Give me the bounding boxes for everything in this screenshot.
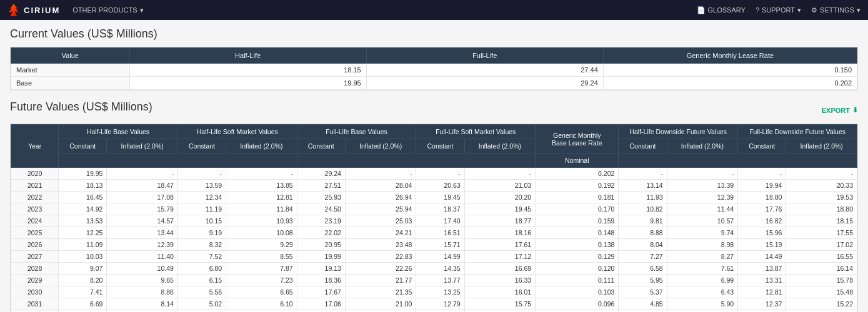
export-button[interactable]: EXPORT ⬇ — [822, 106, 858, 114]
settings-button[interactable]: ⚙ SETTINGS ▾ — [811, 6, 861, 14]
hlb-inflated: 11.40 — [107, 251, 178, 263]
fls-constant: 18.37 — [416, 203, 464, 215]
hls-constant-header: Constant — [177, 139, 226, 154]
flb-constant: 17.67 — [297, 286, 345, 298]
hlb-inflated: 14.57 — [107, 215, 178, 227]
current-values-table-container: Value Half-Life Full-Life Generic Monthl… — [10, 47, 858, 90]
table-row: 2028 9.07 10.49 6.80 7.87 19.13 22.26 14… — [11, 263, 857, 275]
year-cell: 2030 — [11, 286, 59, 298]
future-values-table-container[interactable]: Year Half-Life Base Values Half-Life Sof… — [10, 124, 858, 312]
logo[interactable]: CIRIUM — [7, 4, 60, 16]
spacer2 — [297, 154, 536, 168]
hlb-inflated: 17.08 — [107, 192, 178, 203]
chevron-down-icon: ▾ — [857, 6, 861, 14]
logo-icon — [7, 4, 20, 16]
lease-nominal: 0.129 — [536, 251, 619, 263]
hlb-constant-header: Constant — [59, 139, 107, 154]
hld-constant: 4.39 — [619, 310, 667, 313]
flb-inflated: 21.77 — [345, 275, 416, 286]
fls-inflated: 21.03 — [464, 180, 536, 192]
hls-inflated: 8.55 — [226, 251, 297, 263]
hls-constant: 6.15 — [177, 275, 226, 286]
flb-inflated: 22.26 — [345, 263, 416, 275]
hld-inflated: 7.61 — [667, 263, 738, 275]
hls-inflated: 6.65 — [226, 286, 297, 298]
hls-inflated: 13.85 — [226, 180, 297, 192]
hls-constant: 7.52 — [177, 251, 226, 263]
table-row: 2030 7.41 8.86 5.56 6.65 17.67 21.35 13.… — [11, 286, 857, 298]
flb-constant: 18.36 — [297, 275, 345, 286]
fld-constant: 16.82 — [738, 215, 786, 227]
fld-constant: 14.49 — [738, 251, 786, 263]
hlb-inflated-header: Inflated (2.0%) — [107, 139, 178, 154]
year-cell: 2032 — [11, 310, 59, 313]
table-row: Base 19.95 29.24 0.202 — [11, 77, 857, 90]
table-row: 2025 12.25 13.44 9.19 10.08 22.02 24.21 … — [11, 227, 857, 239]
hls-inflated: 7.87 — [226, 263, 297, 275]
hlb-inflated: 10.49 — [107, 263, 178, 275]
hlb-inflated: 15.79 — [107, 203, 178, 215]
flb-constant: 29.24 — [297, 168, 345, 180]
hld-inflated: 10.57 — [667, 215, 738, 227]
hlb-inflated: 8.86 — [107, 286, 178, 298]
fls-constant: - — [416, 168, 464, 180]
hld-constant: - — [619, 168, 667, 180]
hls-constant: 8.32 — [177, 239, 226, 251]
fls-constant: 12.79 — [416, 298, 464, 310]
fld-constant: 15.96 — [738, 227, 786, 239]
hld-inflated: 6.43 — [667, 286, 738, 298]
fls-constant: 19.45 — [416, 192, 464, 203]
fld-inflated: 16.55 — [786, 251, 857, 263]
hld-constant: 13.14 — [619, 180, 667, 192]
row-label: Market — [11, 64, 130, 77]
row-full-life: 29.24 — [366, 77, 603, 90]
table-row: 2027 10.03 11.40 7.52 8.55 19.99 22.83 1… — [11, 251, 857, 263]
current-values-title: Current Values (US$ Millions) — [10, 27, 858, 41]
other-products-menu[interactable]: OTHER PRODUCTS ▾ — [67, 4, 148, 17]
row-half-life: 19.95 — [129, 77, 366, 90]
hls-constant: - — [177, 168, 226, 180]
hlb-constant: 19.95 — [59, 168, 107, 180]
fld-inflated: 15.22 — [786, 298, 857, 310]
fld-inflated: 18.15 — [786, 215, 857, 227]
nav-left: CIRIUM OTHER PRODUCTS ▾ — [7, 4, 149, 17]
hls-constant: 12.34 — [177, 192, 226, 203]
hlb-constant: 7.41 — [59, 286, 107, 298]
flb-inflated: 21.00 — [345, 298, 416, 310]
year-cell: 2025 — [11, 227, 59, 239]
fls-inflated: 18.16 — [464, 227, 536, 239]
support-button[interactable]: ? SUPPORT ▾ — [756, 6, 801, 14]
row-lease-rate: 0.202 — [603, 77, 857, 90]
lease-nominal: 0.159 — [536, 215, 619, 227]
top-navigation: CIRIUM OTHER PRODUCTS ▾ 📄 GLOSSARY ? SUP… — [0, 0, 868, 20]
hlb-inflated: 12.39 — [107, 239, 178, 251]
hls-inflated-header: Inflated (2.0%) — [226, 139, 297, 154]
glossary-button[interactable]: 📄 GLOSSARY — [697, 6, 746, 14]
fld-constant: 12.37 — [738, 298, 786, 310]
hld-inflated: - — [667, 168, 738, 180]
future-values-table: Year Half-Life Base Values Half-Life Sof… — [11, 124, 857, 312]
hls-inflated: 5.60 — [226, 310, 297, 313]
hlb-constant: 11.09 — [59, 239, 107, 251]
flb-constant: 16.52 — [297, 310, 345, 313]
fld-inflated-header: Inflated (2.0%) — [786, 139, 857, 154]
question-icon: ? — [756, 6, 759, 14]
fld-inflated: 19.53 — [786, 192, 857, 203]
hls-inflated: 6.10 — [226, 298, 297, 310]
hld-constant: 5.95 — [619, 275, 667, 286]
full-life-soft-header: Full-Life Soft Market Values — [416, 125, 536, 139]
future-values-title: Future Values (US$ Millions) — [10, 100, 152, 114]
fld-constant: 15.19 — [738, 239, 786, 251]
year-cell: 2031 — [11, 298, 59, 310]
table-row: 2023 14.92 15.79 11.19 11.84 24.50 25.94… — [11, 203, 857, 215]
flb-inflated: 25.94 — [345, 203, 416, 215]
hls-constant: 13.59 — [177, 180, 226, 192]
export-icon: ⬇ — [852, 106, 858, 114]
year-cell: 2028 — [11, 263, 59, 275]
lease-nominal: 0.181 — [536, 192, 619, 203]
year-cell: 2022 — [11, 192, 59, 203]
glossary-label: GLOSSARY — [708, 6, 746, 14]
fld-inflated: - — [786, 168, 857, 180]
lease-nominal: 0.138 — [536, 239, 619, 251]
col-lease-rate: Generic Monthly Lease Rate — [603, 48, 857, 64]
